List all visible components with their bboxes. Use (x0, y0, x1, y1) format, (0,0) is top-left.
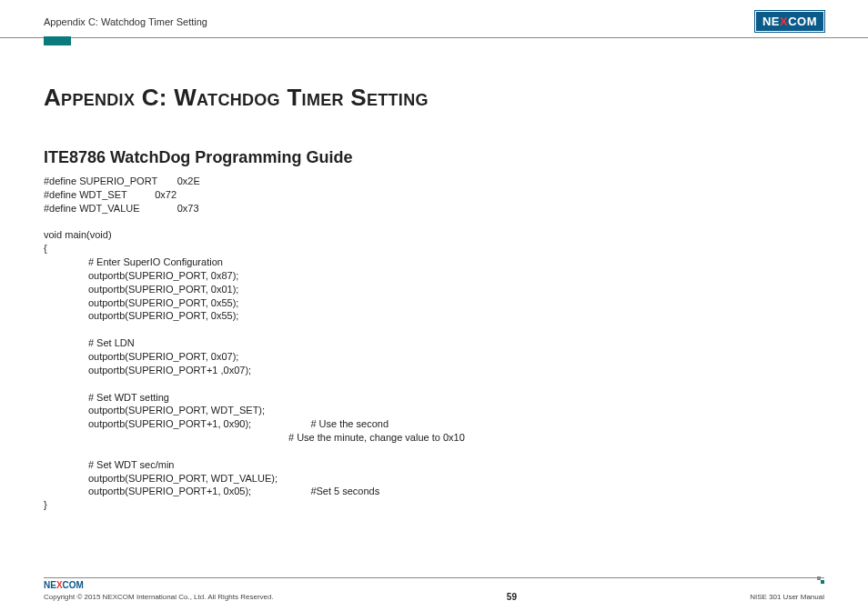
page-footer: NEXCOM Copyright © 2015 NEXCOM Internati… (44, 577, 824, 602)
nexcom-logo: NEXCOM (755, 11, 824, 32)
page-title: Appendix C: Watchdog Timer Setting (44, 84, 824, 112)
footer-logo-x: X (56, 580, 63, 590)
footer-copyright: Copyright © 2015 NEXCOM International Co… (44, 593, 274, 601)
footer-page-number: 59 (507, 592, 517, 602)
footer-logo-post: COM (63, 580, 84, 590)
section-subtitle: ITE8786 WatchDog Programming Guide (44, 148, 824, 167)
logo-text-post: COM (788, 15, 817, 28)
logo-text-x: X (780, 15, 788, 28)
footer-logo-pre: NE (44, 580, 56, 590)
footer-corner-mark (817, 576, 824, 586)
header-breadcrumb: Appendix C: Watchdog Timer Setting (44, 16, 207, 27)
code-block: #define SUPERIO_PORT 0x2E #define WDT_SE… (44, 175, 824, 512)
footer-manual-name: NISE 301 User Manual (750, 593, 824, 601)
footer-logo: NEXCOM (44, 580, 824, 590)
side-accent-block (44, 36, 71, 45)
logo-text-pre: NE (762, 15, 780, 28)
